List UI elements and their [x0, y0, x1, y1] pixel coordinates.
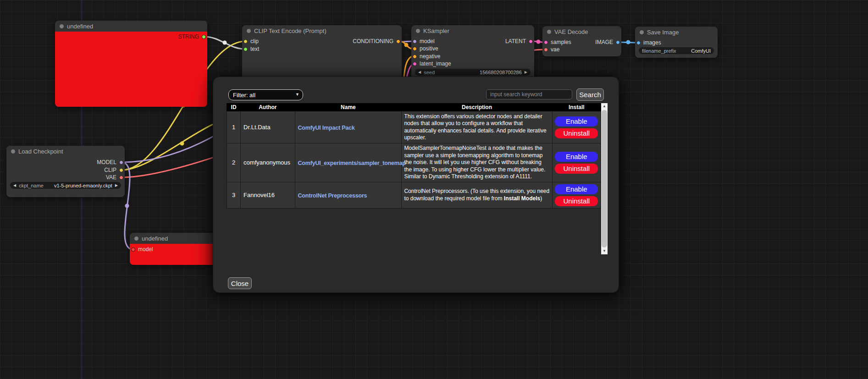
enable-button[interactable]: Enable [555, 184, 598, 194]
port-label: STRING [178, 33, 199, 40]
port-label: latent_image [420, 60, 451, 67]
decrement-arrow-icon[interactable]: ◀ [418, 69, 421, 76]
node-title: KSampler [423, 27, 449, 34]
model-output-port[interactable]: MODEL [97, 159, 123, 166]
cell-description: ModelSamplerTonemapNoiseTest a node that… [402, 143, 552, 182]
conditioning-output-port[interactable]: CONDITIONING [353, 38, 400, 45]
node-titlebar[interactable]: KSampler [411, 25, 534, 36]
clip-input-port[interactable]: clip [243, 38, 259, 45]
port-label: vae [551, 46, 559, 53]
column-header-id: ID [227, 104, 241, 111]
extension-link[interactable]: ComfyUI_experiments/sampler_tonemap [298, 160, 406, 166]
table-row: 3 Fannovel16 ControlNet Preprocessors Co… [227, 182, 601, 208]
positive-input-port[interactable]: positive [413, 45, 438, 52]
node-save-image[interactable]: Save Image images filename_prefix ComfyU… [635, 27, 718, 58]
model-input-port[interactable]: model [131, 246, 153, 253]
description-bold-text: Install Models [504, 195, 540, 202]
image-output-dot-icon[interactable] [616, 40, 620, 44]
negative-input-port[interactable]: negative [413, 53, 440, 60]
uninstall-button[interactable]: Uninstall [555, 196, 598, 206]
negative-input-dot-icon[interactable] [413, 55, 417, 59]
port-label: positive [420, 45, 438, 52]
search-button[interactable]: Search [576, 88, 604, 101]
node-titlebar[interactable]: CLIP Text Encode (Prompt) [242, 25, 402, 36]
clip-input-dot-icon[interactable] [243, 39, 248, 44]
image-output-port[interactable]: IMAGE [595, 38, 620, 46]
latent-input-dot-icon[interactable] [413, 62, 417, 66]
increment-arrow-icon[interactable]: ▶ [525, 69, 527, 76]
vae-output-port[interactable]: VAE [106, 174, 123, 181]
collapse-dot-icon[interactable] [547, 30, 551, 34]
link-middot [626, 40, 630, 44]
collapse-dot-icon[interactable] [640, 30, 644, 34]
text-input-port[interactable]: text [243, 45, 259, 53]
port-label: CONDITIONING [353, 38, 393, 44]
table-scrollbar[interactable]: ▲ ▼ [601, 103, 608, 254]
seed-widget[interactable]: ◀ seed 156680208700286 ▶ [415, 69, 531, 76]
string-output-port[interactable]: STRING [178, 33, 206, 40]
latent-output-dot-icon[interactable] [529, 39, 533, 44]
collapse-dot-icon[interactable] [416, 29, 420, 33]
collapse-dot-icon[interactable] [134, 236, 138, 241]
enable-button[interactable]: Enable [555, 152, 598, 162]
latent-output-port[interactable]: LATENT [505, 38, 533, 45]
extension-link[interactable]: ControlNet Preprocessors [298, 192, 367, 199]
scroll-up-icon[interactable]: ▲ [601, 103, 608, 110]
samples-input-dot-icon[interactable] [544, 40, 548, 44]
uninstall-button[interactable]: Uninstall [555, 164, 598, 174]
node-load-checkpoint[interactable]: Load Checkpoint MODEL CLIP VAE ◀ ckpt_na… [6, 146, 125, 197]
node-vae-decode[interactable]: VAE Decode samples vae IMAGE [542, 26, 621, 56]
collapse-dot-icon[interactable] [60, 24, 64, 28]
search-input[interactable] [486, 89, 572, 99]
clip-output-dot-icon[interactable] [119, 168, 123, 172]
port-label: negative [420, 53, 440, 60]
cell-name: ControlNet Preprocessors [295, 182, 402, 208]
scroll-down-icon[interactable]: ▼ [601, 248, 608, 254]
cell-description: ControlNet Preprocessors. (To use this e… [402, 182, 552, 208]
text-input-dot-icon[interactable] [243, 47, 248, 51]
node-undefined-string[interactable]: undefined STRING [55, 21, 207, 107]
collapse-dot-icon[interactable] [11, 149, 15, 154]
node-ksampler[interactable]: KSampler model positive negative latent_… [411, 25, 534, 80]
link-middot [536, 40, 541, 44]
node-titlebar[interactable]: VAE Decode [542, 26, 621, 37]
collapse-dot-icon[interactable] [247, 29, 251, 33]
cell-description: This extension offers various detector n… [402, 111, 552, 143]
node-titlebar[interactable]: Load Checkpoint [6, 146, 125, 157]
model-input-dot-icon[interactable] [413, 39, 417, 44]
scrollbar-thumb[interactable] [602, 110, 607, 247]
next-arrow-icon[interactable]: ▶ [115, 182, 118, 189]
latent-image-input-port[interactable]: latent_image [413, 60, 451, 67]
model-input-dot-icon[interactable] [131, 247, 135, 252]
string-output-dot-icon[interactable] [202, 35, 206, 39]
clip-output-port[interactable]: CLIP [104, 166, 123, 174]
filter-select-wrap: Filter: all ▼ [228, 89, 303, 100]
port-label: IMAGE [595, 39, 613, 45]
enable-button[interactable]: Enable [555, 116, 598, 126]
node-body: MODEL CLIP VAE ◀ ckpt_name v1-5-pruned-e… [6, 157, 125, 197]
cell-install: Enable Uninstall [552, 111, 601, 143]
node-titlebar[interactable]: undefined [55, 21, 207, 32]
positive-input-dot-icon[interactable] [413, 47, 417, 51]
uninstall-button[interactable]: Uninstall [555, 128, 598, 138]
vae-input-dot-icon[interactable] [544, 48, 548, 52]
filename-prefix-widget[interactable]: filename_prefix ComfyUI [639, 47, 714, 54]
samples-input-port[interactable]: samples [544, 38, 571, 46]
model-input-port[interactable]: model [413, 38, 435, 45]
images-input-port[interactable]: images [636, 39, 661, 46]
model-output-dot-icon[interactable] [119, 160, 123, 165]
previous-arrow-icon[interactable]: ◀ [13, 182, 16, 189]
vae-input-port[interactable]: vae [544, 46, 559, 53]
node-title: Load Checkpoint [18, 148, 63, 155]
filter-select[interactable]: Filter: all [228, 89, 303, 100]
vae-output-dot-icon[interactable] [119, 176, 123, 180]
conditioning-output-dot-icon[interactable] [396, 39, 400, 44]
ckpt-name-widget[interactable]: ◀ ckpt_name v1-5-pruned-emaonly.ckpt ▶ [10, 182, 121, 189]
node-titlebar[interactable]: Save Image [635, 27, 718, 38]
close-button[interactable]: Close [228, 277, 252, 289]
node-clip-text-encode[interactable]: CLIP Text Encode (Prompt) clip text COND… [242, 25, 402, 82]
extension-link[interactable]: ComfyUI Impact Pack [298, 125, 355, 131]
node-title: Save Image [647, 29, 679, 36]
images-input-dot-icon[interactable] [636, 41, 641, 45]
port-label: model [138, 246, 153, 253]
